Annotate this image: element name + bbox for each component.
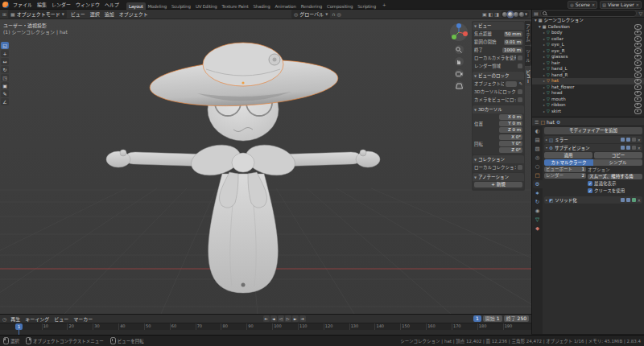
timeline-menu-item[interactable]: 再生 [8, 315, 23, 323]
timeline-ruler[interactable]: 1020304050607080901001101201301401501601… [0, 323, 531, 330]
number-field[interactable]: 1000 m [502, 47, 522, 53]
playhead[interactable]: 1 [15, 323, 23, 330]
properties-tab[interactable]: ▤ [533, 136, 543, 144]
workspace-tab[interactable]: Layout [126, 2, 146, 10]
cursor-rotation-field[interactable]: Z 0° [499, 147, 522, 153]
editor-type-icon[interactable]: ☰ [535, 119, 539, 125]
hide-eye-icon[interactable] [634, 103, 642, 109]
eyedropper-icon[interactable]: ✎ [518, 81, 522, 86]
zoom-gizmo-icon[interactable] [455, 45, 464, 54]
timeline-menu-item[interactable]: マーカー [71, 315, 95, 323]
hide-eye-icon[interactable] [634, 97, 642, 102]
xray-toggle-icon[interactable]: ◨ [494, 11, 499, 17]
perspective-toggle-icon[interactable] [455, 81, 464, 90]
camera-view-icon[interactable] [455, 69, 464, 78]
topbar-menu-item[interactable]: レンダー [49, 1, 73, 8]
properties-tab[interactable]: ◐ [533, 127, 543, 135]
outliner-object-row[interactable]: ▸ ▽ body [532, 30, 644, 36]
viewport-menu-item[interactable]: オブジェクト [117, 10, 151, 18]
hide-eye-icon[interactable] [634, 91, 642, 97]
lock-object-field[interactable] [506, 81, 517, 87]
sidebar-tab[interactable]: アイテム [525, 21, 531, 45]
proportional-edit-icon[interactable]: ◎ [337, 11, 341, 17]
view-layer-unlink-icon[interactable]: ✕ [636, 2, 639, 7]
transform-orientation-dropdown[interactable]: ◎ グローバル▼ [291, 10, 330, 19]
copy-button[interactable]: コピー [594, 152, 642, 159]
properties-tab[interactable]: ○ [533, 163, 543, 171]
subdiv-viewport-field[interactable]: ビューポート 1 [544, 167, 586, 172]
toolbar-tool-button[interactable]: ↔ [1, 58, 9, 65]
topbar-menu-item[interactable]: ウィンドウ [73, 1, 102, 8]
topbar-menu-item[interactable]: ヘルプ [102, 1, 122, 8]
outliner-object-row[interactable]: ▸ ▽ hat [532, 78, 644, 84]
properties-tab[interactable]: ⚙ [533, 180, 543, 188]
modifier-solidify-header[interactable]: ▸ ◩ ソリッド化 ✕ [544, 196, 642, 204]
cursor-3d-panel-header[interactable]: ▼3Dカーソル [473, 105, 524, 113]
workspace-tab[interactable]: Compositing [324, 2, 355, 10]
number-field[interactable]: 0.01 m [504, 39, 522, 45]
modifier-mirror-header[interactable]: ▸ ◫ ミラー ✕ [544, 136, 642, 143]
properties-tab[interactable]: ◉ [533, 207, 543, 215]
workspace-tab[interactable]: Modeling [146, 2, 169, 10]
prev-keyframe-button[interactable]: ◄ [270, 315, 277, 322]
cursor-rotation-field[interactable]: X 0° [499, 134, 522, 140]
hide-eye-icon[interactable] [634, 43, 642, 48]
delete-modifier-icon[interactable]: ✕ [638, 146, 641, 150]
checkbox[interactable] [518, 165, 522, 170]
jump-to-start-button[interactable]: ⇤ [263, 315, 270, 322]
cursor-location-field[interactable]: Z 0 m [499, 127, 522, 133]
delete-modifier-icon[interactable]: ✕ [638, 138, 641, 142]
uv-smooth-dropdown[interactable]: スムーズ、維持する角 [588, 174, 642, 179]
hide-eye-icon[interactable] [634, 72, 642, 78]
sidebar-tab[interactable]: ツール [525, 46, 531, 66]
navigation-gizmo[interactable] [449, 23, 469, 42]
modifier-subdivision-header[interactable]: ▾ ⚙ サブディビジョン ✕ [544, 144, 642, 151]
shading-solid-icon[interactable] [508, 12, 513, 17]
mode-dropdown[interactable]: ▦ オブジェクトモード▼ [8, 10, 67, 19]
cursor-location-field[interactable]: Y 0 m [499, 121, 522, 126]
outliner-object-row[interactable]: ▸ ▽ collar [532, 36, 644, 43]
optimal-display-checkbox[interactable]: ✓ [588, 181, 592, 186]
number-field[interactable]: 50 mm [504, 31, 522, 37]
show-render-toggle[interactable] [632, 146, 636, 150]
show-gizmo-icon[interactable]: ▣ [482, 11, 487, 17]
outliner-object-row[interactable]: ▸ ▽ head [532, 90, 644, 97]
workspace-tab[interactable]: Animation [272, 2, 298, 10]
properties-tab[interactable]: ◎ [533, 154, 543, 162]
play-button[interactable]: ▷ [285, 315, 291, 322]
shading-rendered-icon[interactable] [519, 12, 524, 17]
timeline-menu-item[interactable]: キーイング [23, 315, 52, 323]
workspace-tab[interactable]: Shading [251, 2, 273, 10]
shading-material-icon[interactable] [514, 12, 518, 17]
hide-eye-icon[interactable] [634, 109, 642, 114]
pan-gizmo-icon[interactable] [455, 57, 464, 66]
viewport-3d[interactable]: ユーザー・透視投影 (1) シーンコレクション | hat ◱+↔↻◳▣✎∠ [0, 19, 531, 314]
frame-end-field[interactable]: 終了 250 [504, 315, 529, 322]
outliner-display-mode-icon[interactable]: ▤ [534, 10, 539, 16]
workspace-tab[interactable]: Sculpting [169, 2, 193, 10]
show-editmode-toggle[interactable] [621, 146, 625, 150]
scene-collection-row[interactable]: ▾▦ シーンコレクション [532, 18, 644, 24]
properties-tab[interactable]: ∗ [533, 189, 543, 197]
outliner-object-row[interactable]: ▸ ▽ hand_L [532, 66, 644, 72]
show-render-toggle[interactable] [632, 138, 636, 142]
toolbar-tool-button[interactable]: ✎ [1, 90, 9, 97]
show-overlays-icon[interactable]: ◧ [489, 11, 493, 17]
workspace-tab[interactable]: Scripting [355, 2, 378, 10]
annotations-panel-header[interactable]: ▼アノテーション [473, 173, 524, 181]
outliner-object-row[interactable]: ▸ ▽ hand_R [532, 72, 644, 79]
hide-eye-icon[interactable] [634, 55, 642, 60]
play-reverse-button[interactable]: ◁ [278, 315, 284, 322]
properties-tab[interactable]: ◆ [533, 224, 543, 233]
view-layer-selector[interactable]: ▤ View Layer ✕ [600, 1, 642, 9]
outliner-object-row[interactable]: ▸ ▽ glasses [532, 54, 644, 60]
hide-eye-icon[interactable] [634, 67, 642, 72]
toolbar-tool-button[interactable]: + [1, 50, 9, 57]
add-modifier-button[interactable]: モディファイアーを追加 [544, 127, 642, 134]
hide-eye-icon[interactable] [634, 60, 642, 66]
sidebar-tab[interactable]: ビュー [525, 67, 531, 87]
properties-tab[interactable]: ↻ [533, 198, 543, 206]
properties-tab[interactable]: ▧ [533, 145, 543, 153]
simple-button[interactable]: シンプル [593, 159, 642, 166]
apply-button[interactable]: 適用 [544, 152, 592, 159]
